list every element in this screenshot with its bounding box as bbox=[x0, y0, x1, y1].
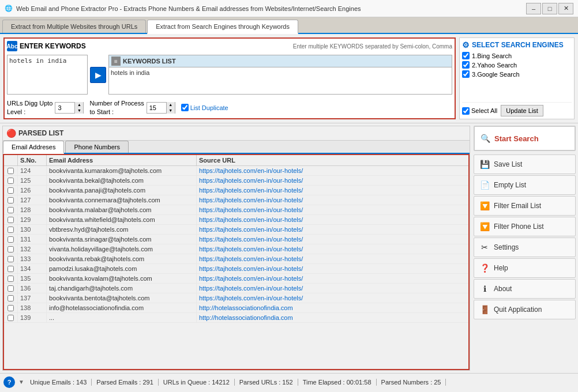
row-check[interactable] bbox=[4, 215, 18, 224]
row-sno: 128 bbox=[18, 205, 47, 214]
tab-email-addresses[interactable]: Email Addreses bbox=[3, 141, 64, 154]
table-row[interactable]: 133 bookvivanta.rebak@tajhotels.com http… bbox=[4, 254, 468, 264]
status-help-button[interactable]: ? bbox=[3, 376, 15, 388]
about-label: About bbox=[494, 285, 512, 293]
table-row[interactable]: 137 bookvivanta.bentota@tajhotels.com ht… bbox=[4, 293, 468, 303]
row-url: https://tajhotels.com/en-in/our-hotels/ bbox=[197, 293, 468, 303]
tab-multiple[interactable]: Extract from Multiple Websites through U… bbox=[2, 20, 146, 33]
urls-digg-down[interactable]: ▼ bbox=[75, 108, 83, 114]
row-check[interactable] bbox=[4, 284, 18, 293]
row-check[interactable] bbox=[4, 176, 18, 185]
num-process-group: Number of Processto Start : 15 ▲ ▼ bbox=[89, 99, 175, 116]
maximize-button[interactable]: □ bbox=[542, 3, 557, 14]
settings-label: Settings bbox=[494, 243, 519, 251]
row-check[interactable] bbox=[4, 166, 18, 175]
row-sno: 126 bbox=[18, 186, 47, 195]
row-check[interactable] bbox=[4, 186, 18, 195]
start-search-label: Start Search bbox=[494, 134, 539, 143]
google-checkbox[interactable] bbox=[462, 70, 470, 78]
update-list-button[interactable]: Update List bbox=[501, 105, 543, 116]
table-row[interactable]: 135 bookvivanta.kovalam@tajhotels.com ht… bbox=[4, 274, 468, 284]
keywords-title: ENTER KEYWORDS bbox=[20, 42, 86, 50]
table-row[interactable]: 136 taj.chandigarh@tajhotels.com https:/… bbox=[4, 284, 468, 293]
row-email: vbtbresv.hyd@tajhotels.com bbox=[47, 225, 197, 234]
bing-label: 1.Bing Search bbox=[472, 52, 512, 59]
table-row[interactable]: 125 bookvivanta.bekal@tajhotels.com http… bbox=[4, 176, 468, 186]
parsed-emails: Parsed Emails : 291 bbox=[92, 379, 158, 386]
row-check[interactable] bbox=[4, 293, 18, 303]
th-sno: S.No. bbox=[18, 155, 47, 165]
urls-digg-up[interactable]: ▲ bbox=[75, 102, 83, 108]
row-check[interactable] bbox=[4, 274, 18, 283]
table-row[interactable]: 132 vivanta.holidayvillage@tajhotels.com… bbox=[4, 244, 468, 254]
table-row[interactable]: 126 bookvivanta.panaji@tajhotels.com htt… bbox=[4, 186, 468, 195]
filter-phone-label: Filter Phone List bbox=[494, 223, 544, 231]
tab-search[interactable]: Extract from Search Engines through Keyw… bbox=[147, 20, 298, 34]
table-row[interactable]: 139 ... http://hotelassociationofindia.c… bbox=[4, 313, 468, 323]
urls-digg-spinner: 3 ▲ ▼ bbox=[55, 102, 84, 114]
num-process-value[interactable]: 15 bbox=[147, 104, 166, 112]
table-row[interactable]: 129 bookvivanta.whitefield@tajhotels.com… bbox=[4, 215, 468, 225]
quit-label: Quit Application bbox=[494, 306, 542, 314]
row-url: http://hotelassociationofindia.com bbox=[197, 303, 468, 312]
settings-button[interactable]: ✂ Settings bbox=[474, 238, 576, 257]
filter-email-button[interactable]: 🔽 Filter Email List bbox=[474, 196, 576, 216]
select-all-checkbox[interactable] bbox=[462, 107, 470, 115]
empty-list-label: Empty List bbox=[494, 181, 526, 189]
row-email: bookvivanta.panaji@tajhotels.com bbox=[47, 186, 197, 195]
empty-icon: 📄 bbox=[479, 179, 490, 191]
row-check[interactable] bbox=[4, 254, 18, 263]
num-process-up[interactable]: ▲ bbox=[167, 102, 175, 108]
table-row[interactable]: 127 bookvivanta.connemara@tajhotels.com … bbox=[4, 195, 468, 205]
close-button[interactable]: ✕ bbox=[558, 3, 573, 14]
table-row[interactable]: 131 bookvivanta.srinagar@tajhotels.com h… bbox=[4, 235, 468, 244]
se-header: ⚙ SELECT SEARCH ENGINES bbox=[462, 40, 572, 50]
row-url: https://tajhotels.com/en-in/our-hotels/ bbox=[197, 274, 468, 283]
table-row[interactable]: 138 info@hotelassociationofindia.com htt… bbox=[4, 303, 468, 313]
help-button[interactable]: ❓ Help bbox=[474, 258, 576, 278]
row-check[interactable] bbox=[4, 313, 18, 322]
row-email: vivanta.holidayvillage@tajhotels.com bbox=[47, 244, 197, 254]
table-row[interactable]: 124 bookvivanta.kumarakom@tajhotels.com … bbox=[4, 166, 468, 176]
table-row[interactable]: 134 pamodzi.lusaka@tajhotels.com https:/… bbox=[4, 264, 468, 274]
row-check[interactable] bbox=[4, 225, 18, 234]
bing-checkbox[interactable] bbox=[462, 52, 470, 59]
filter-phone-button[interactable]: 🔽 Filter Phone List bbox=[474, 217, 576, 236]
row-sno: 131 bbox=[18, 235, 47, 244]
quit-button[interactable]: 🚪 Quit Application bbox=[474, 300, 576, 319]
yahoo-checkbox[interactable] bbox=[462, 61, 470, 69]
row-email: bookvivanta.kumarakom@tajhotels.com bbox=[47, 166, 197, 175]
se-item-bing: 1.Bing Search bbox=[462, 52, 572, 59]
num-process-down[interactable]: ▼ bbox=[167, 108, 175, 114]
row-check[interactable] bbox=[4, 205, 18, 214]
row-sno: 135 bbox=[18, 274, 47, 283]
right-panel: 🔍 Start Search 💾 Save List 📄 Empty List … bbox=[471, 123, 578, 373]
urls-digg-value[interactable]: 3 bbox=[55, 104, 74, 112]
empty-list-button[interactable]: 📄 Empty List bbox=[474, 175, 576, 195]
row-sno: 139 bbox=[18, 313, 47, 322]
row-url: https://tajhotels.com/en-in/our-hotels/ bbox=[197, 225, 468, 234]
row-email: pamodzi.lusaka@tajhotels.com bbox=[47, 264, 197, 273]
row-check[interactable] bbox=[4, 264, 18, 273]
save-list-button[interactable]: 💾 Save List bbox=[474, 154, 576, 174]
title-bar-controls: – □ ✕ bbox=[526, 3, 573, 14]
tab-phone-numbers[interactable]: Phone Numbers bbox=[65, 141, 129, 153]
keywords-textarea[interactable]: hotels in india bbox=[7, 55, 88, 95]
content-area: Abc ENTER KEYWORDS Enter multiple KEYWOR… bbox=[0, 34, 578, 373]
add-keyword-button[interactable]: ▶ bbox=[90, 67, 106, 83]
keywords-list-header: ≡ KEYWORDS LIST bbox=[109, 55, 452, 67]
minimize-button[interactable]: – bbox=[526, 3, 541, 14]
row-url: https://tajhotels.com/en-in/our-hotels/ bbox=[197, 215, 468, 224]
row-check[interactable] bbox=[4, 303, 18, 312]
list-duplicate-checkbox[interactable] bbox=[181, 104, 189, 111]
table-body[interactable]: 124 bookvivanta.kumarakom@tajhotels.com … bbox=[4, 166, 468, 369]
table-row[interactable]: 128 bookvivanta.malabar@tajhotels.com ht… bbox=[4, 205, 468, 215]
row-check[interactable] bbox=[4, 195, 18, 205]
about-button[interactable]: ℹ About bbox=[474, 279, 576, 299]
keywords-list-title: KEYWORDS LIST bbox=[123, 58, 176, 65]
row-check[interactable] bbox=[4, 244, 18, 254]
start-search-button[interactable]: 🔍 Start Search bbox=[474, 126, 576, 151]
table-row[interactable]: 130 vbtbresv.hyd@tajhotels.com https://t… bbox=[4, 225, 468, 235]
row-check[interactable] bbox=[4, 235, 18, 244]
bottom-row: URLs Digg UptoLevel : 3 ▲ ▼ Number of Pr… bbox=[7, 97, 452, 116]
